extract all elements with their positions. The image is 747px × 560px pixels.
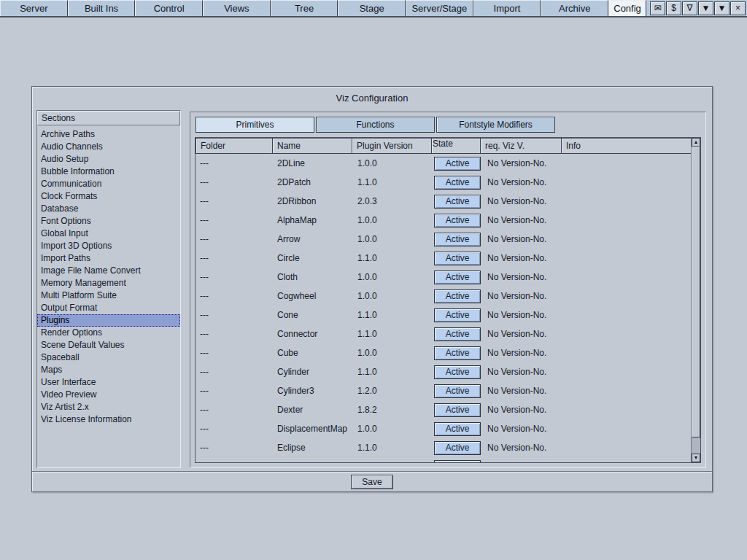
menu-tab-archive[interactable]: Archive: [541, 0, 608, 16]
table-row: ---Cylinder31.2.0ActiveNo Version-No.: [196, 381, 691, 400]
state-active-button[interactable]: Active: [434, 327, 481, 341]
section-item-clock-formats[interactable]: Clock Formats: [37, 190, 180, 203]
table-header: FolderNamePlugin VersionStatereq. Viz V.…: [196, 138, 691, 154]
state-active-button[interactable]: Active: [434, 441, 481, 455]
menu-tab-views[interactable]: Views: [203, 0, 271, 16]
section-item-database[interactable]: Database: [37, 203, 180, 215]
section-item-audio-channels[interactable]: Audio Channels: [37, 141, 180, 153]
section-item-image-file-name-convert[interactable]: Image File Name Convert: [37, 265, 180, 277]
table-row: ---Active: [196, 457, 691, 462]
cell-version: 1.2.0: [353, 386, 433, 396]
section-item-bubble-information[interactable]: Bubble Information: [37, 166, 180, 178]
section-item-maps[interactable]: Maps: [37, 364, 180, 376]
cell-state: Active: [433, 289, 483, 303]
cell-req-viz: No Version-No.: [483, 310, 565, 320]
state-active-button[interactable]: Active: [434, 157, 481, 171]
tab-fontstyle-modifiers[interactable]: Fontstyle Modifiers: [436, 117, 555, 133]
menu-tab-built-ins[interactable]: Built Ins: [68, 0, 136, 16]
scroll-down-icon[interactable]: ▼: [692, 454, 700, 462]
section-item-user-interface[interactable]: User Interface: [37, 376, 180, 389]
menu-tab-server[interactable]: Server: [0, 0, 68, 16]
cell-name: AlphaMap: [273, 215, 353, 225]
cell-state: Active: [433, 384, 483, 398]
state-active-button[interactable]: Active: [434, 422, 481, 436]
state-active-button[interactable]: Active: [434, 460, 481, 463]
section-item-viz-license-information[interactable]: Viz License Information: [37, 413, 180, 426]
column-header-name: Name: [272, 138, 352, 154]
menubar-icons: ✉$∇▼▼×: [646, 0, 747, 16]
cell-state: Active: [433, 157, 483, 171]
section-item-memory-management[interactable]: Memory Management: [37, 277, 180, 289]
arrow-down-icon[interactable]: ▼: [698, 1, 713, 15]
cell-folder: ---: [196, 443, 273, 453]
section-item-plugins[interactable]: Plugins: [37, 314, 180, 327]
tab-primitives[interactable]: Primitives: [196, 117, 314, 133]
state-active-button[interactable]: Active: [434, 195, 481, 209]
state-active-button[interactable]: Active: [434, 365, 481, 379]
state-active-button[interactable]: Active: [434, 214, 481, 228]
sections-header: Sections: [37, 111, 180, 125]
dollar-icon[interactable]: $: [666, 1, 681, 15]
menu-tab-server-stage[interactable]: Server/Stage: [406, 0, 473, 16]
cell-state: Active: [433, 214, 483, 228]
state-active-button[interactable]: Active: [434, 176, 481, 190]
section-item-import-3d-options[interactable]: Import 3D Options: [37, 240, 180, 252]
section-item-scene-default-values[interactable]: Scene Default Values: [37, 339, 180, 351]
cell-req-viz: No Version-No.: [483, 291, 565, 301]
cell-req-viz: No Version-No.: [483, 253, 565, 263]
menu-tab-tree[interactable]: Tree: [271, 0, 338, 16]
state-active-button[interactable]: Active: [434, 346, 481, 360]
state-active-button[interactable]: Active: [434, 289, 481, 303]
cell-req-viz: No Version-No.: [483, 424, 565, 434]
section-item-font-options[interactable]: Font Options: [37, 215, 180, 228]
cell-name: Cylinder: [273, 367, 353, 377]
menu-tab-stage[interactable]: Stage: [338, 0, 406, 16]
cell-state: Active: [433, 252, 483, 265]
cell-name: Cone: [273, 310, 353, 320]
cell-name: Connector: [273, 329, 353, 339]
funnel-icon[interactable]: ∇: [682, 1, 697, 15]
cell-state: Active: [433, 308, 483, 322]
section-item-render-options[interactable]: Render Options: [37, 327, 180, 339]
table-row: ---Arrow1.0.0ActiveNo Version-No.: [196, 230, 691, 249]
state-active-button[interactable]: Active: [434, 252, 481, 265]
save-button[interactable]: Save: [351, 475, 393, 489]
table-row: ---Cube1.0.0ActiveNo Version-No.: [196, 343, 691, 362]
state-active-button[interactable]: Active: [434, 308, 481, 322]
close-icon[interactable]: ×: [730, 1, 746, 15]
cell-name: Cogwheel: [273, 291, 353, 301]
section-item-communication[interactable]: Communication: [37, 178, 180, 190]
cell-folder: ---: [196, 196, 273, 206]
scroll-up-icon[interactable]: ▲: [692, 138, 700, 147]
state-active-button[interactable]: Active: [434, 403, 481, 417]
section-item-import-paths[interactable]: Import Paths: [37, 252, 180, 265]
menu-tab-import[interactable]: Import: [473, 0, 541, 16]
cell-state: Active: [433, 365, 483, 379]
cell-name: 2DPatch: [273, 177, 353, 187]
scrollbar-thumb[interactable]: [692, 147, 700, 438]
section-item-audio-setup[interactable]: Audio Setup: [37, 153, 180, 166]
section-item-viz-artist-2-x[interactable]: Viz Artist 2.x: [37, 401, 180, 413]
state-active-button[interactable]: Active: [434, 271, 481, 284]
state-active-button[interactable]: Active: [434, 384, 481, 398]
menubar: ServerBuilt InsControlViewsTreeStageServ…: [0, 0, 747, 18]
vertical-scrollbar[interactable]: ▲ ▼: [691, 138, 700, 462]
cell-req-viz: No Version-No.: [483, 405, 565, 415]
section-item-output-format[interactable]: Output Format: [37, 302, 180, 314]
column-header-plugin-version: Plugin Version: [352, 138, 432, 154]
cell-state: Active: [433, 346, 483, 360]
section-item-archive-paths[interactable]: Archive Paths: [37, 128, 180, 141]
section-item-multi-platform-suite[interactable]: Multi Platform Suite: [37, 289, 180, 302]
menu-tab-control[interactable]: Control: [135, 0, 203, 16]
mail-icon[interactable]: ✉: [650, 1, 665, 15]
menu-tab-config[interactable]: Config: [608, 0, 646, 16]
arrow-down-icon-2[interactable]: ▼: [714, 1, 729, 15]
section-item-video-preview[interactable]: Video Preview: [37, 389, 180, 401]
state-active-button[interactable]: Active: [434, 233, 481, 246]
cell-version: 1.1.0: [353, 367, 433, 377]
tab-functions[interactable]: Functions: [316, 117, 435, 133]
section-item-spaceball[interactable]: Spaceball: [37, 351, 180, 364]
cell-name: Arrow: [273, 234, 353, 244]
column-header-folder: Folder: [196, 138, 273, 154]
section-item-global-input[interactable]: Global Input: [37, 228, 180, 240]
